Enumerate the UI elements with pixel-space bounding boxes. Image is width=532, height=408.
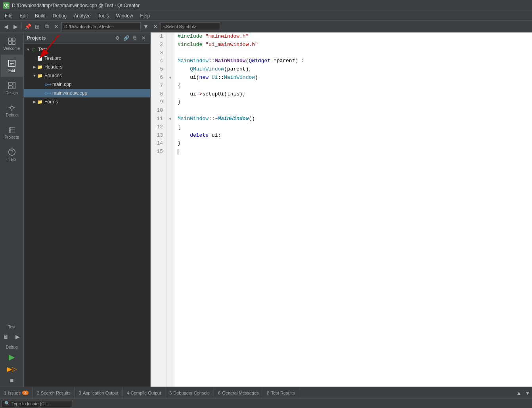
toolbar: ◀ ▶ 📌 ⊞ ⧉ ✕ D:/Downloads/tmp/Test/··· ▼ … xyxy=(0,21,532,32)
menu-window[interactable]: Window xyxy=(113,12,136,19)
fold-3 xyxy=(166,49,174,57)
tree-label-maincpp: main.cpp xyxy=(52,82,72,87)
toolbar-pin-btn[interactable]: 📌 xyxy=(23,22,32,31)
general-num: 6 xyxy=(218,391,220,395)
toolbar-path-dropdown[interactable]: ▼ xyxy=(142,22,150,31)
tree-item-headers[interactable]: ▶ 📁 Headers xyxy=(24,63,150,71)
panel-close-btn[interactable]: ✕ xyxy=(140,34,147,42)
toolbar-symbol[interactable]: <Select Symbol> xyxy=(161,22,220,31)
tree-item-testpro[interactable]: ▶ 📄 Test.pro xyxy=(24,54,150,63)
tree-label-mainwindowcpp: mainwindow.cpp xyxy=(52,90,87,96)
svg-point-17 xyxy=(9,129,10,131)
stop-button[interactable]: ■ xyxy=(6,375,18,387)
editor-area: 1 2 3 4 5 6 7 8 9 10 11 12 13 14 15 xyxy=(151,32,532,387)
bottom-tab-appoutput[interactable]: 3 Application Output xyxy=(75,387,123,398)
svg-rect-3 xyxy=(12,41,15,44)
tree-item-forms[interactable]: ▶ 📁 Forms xyxy=(24,97,150,106)
issues-label: Issues xyxy=(8,391,21,395)
search-icon: 🔍 xyxy=(4,401,10,406)
cpp-file-icon-main: c++ xyxy=(45,82,51,87)
search-box[interactable]: 🔍 Type to locate (Ct... xyxy=(2,400,73,407)
design-label: Design xyxy=(6,91,18,95)
tree-label-forms: Forms xyxy=(44,99,58,105)
run-debug-label: Debug xyxy=(6,343,17,351)
appout-label: Application Output xyxy=(83,391,119,395)
svg-point-11 xyxy=(10,106,13,109)
forms-folder-icon: 📁 xyxy=(37,99,43,105)
main-content: Welcome Edit Design xyxy=(0,32,532,387)
sidebar-item-welcome[interactable]: Welcome xyxy=(1,32,23,55)
bottom-tab-issues[interactable]: 1 Issues 3 xyxy=(0,387,33,398)
help-label: Help xyxy=(8,157,16,162)
debug-label: Debug xyxy=(6,113,17,117)
tree-item-mainwindowcpp[interactable]: ▶ c++ mainwindow.cpp xyxy=(24,89,150,97)
menu-tools[interactable]: Tools xyxy=(95,12,112,19)
menu-analyze[interactable]: Analyze xyxy=(71,12,94,19)
toolbar-close-btn[interactable]: ✕ xyxy=(52,22,61,31)
tree-item-test[interactable]: ▼ ⬡ Test xyxy=(24,45,150,54)
run-with-analysis-btn[interactable]: ▶▷ xyxy=(6,363,18,375)
fold-6[interactable]: ▼ xyxy=(166,74,174,82)
fold-8 xyxy=(166,90,174,99)
headers-folder-icon: 📁 xyxy=(37,64,43,70)
toolbar-path[interactable]: D:/Downloads/tmp/Test/··· xyxy=(61,22,141,31)
line-numbers: 1 2 3 4 5 6 7 8 9 10 11 12 13 14 15 xyxy=(151,32,166,387)
sidebar-item-edit[interactable]: Edit xyxy=(1,55,23,77)
panel-link-btn[interactable]: 🔗 xyxy=(122,34,130,42)
toolbar-copy-btn[interactable]: ⊞ xyxy=(33,22,42,31)
panel-up-btn[interactable]: ▲ xyxy=(515,389,523,397)
panel-filter-btn[interactable]: ⚙ xyxy=(114,34,121,42)
svg-rect-2 xyxy=(8,41,11,44)
cpp-file-icon-mainwindow: c++ xyxy=(45,90,51,96)
toolbar-back-btn[interactable]: ◀ xyxy=(2,22,10,31)
sidebar-item-help[interactable]: Help xyxy=(1,143,23,166)
app-icon: Qt xyxy=(3,2,10,9)
sidebar-item-projects[interactable]: Projects xyxy=(1,121,23,143)
sidebar-item-design[interactable]: Design xyxy=(1,77,23,99)
tree-arrow-test: ▼ xyxy=(25,47,31,52)
menu-file[interactable]: File xyxy=(2,12,15,19)
menu-debug[interactable]: Debug xyxy=(50,12,70,19)
pro-file-icon: 📄 xyxy=(37,55,43,61)
fold-15 xyxy=(166,148,174,156)
menu-bar: File Edit Build Debug Analyze Tools Wind… xyxy=(0,11,532,21)
svg-rect-1 xyxy=(12,38,15,40)
toolbar-forward-btn[interactable]: ▶ xyxy=(11,22,20,31)
svg-point-18 xyxy=(9,131,10,133)
bottom-panel: 1 Issues 3 2 Search Results 3 Applicatio… xyxy=(0,387,532,398)
panel-header: Projects ⚙ 🔗 ⧉ ✕ xyxy=(24,32,150,44)
code-content[interactable]: 1 2 3 4 5 6 7 8 9 10 11 12 13 14 15 xyxy=(151,32,532,387)
fold-11[interactable]: ▼ xyxy=(166,115,174,123)
bottom-tab-compile[interactable]: 4 Compile Output xyxy=(123,387,166,398)
tree-item-sources[interactable]: ▼ 📁 Sources xyxy=(24,71,150,80)
bottom-tab-search[interactable]: 2 Search Results xyxy=(33,387,75,398)
bottom-tab-general[interactable]: 6 General Messages xyxy=(214,387,263,398)
toolbar-split-btn[interactable]: ⧉ xyxy=(42,22,51,31)
toolbar-close-file-btn[interactable]: ✕ xyxy=(151,22,160,31)
tree-label-testpro: Test.pro xyxy=(44,55,61,61)
code-editor[interactable]: #include "mainwindow.h" #include "ui_mai… xyxy=(174,32,532,387)
panel-down-btn[interactable]: ▼ xyxy=(523,389,532,397)
debugcon-label: Debugger Console xyxy=(173,391,210,395)
title-text: D:/Downloads/tmp/Test/mainwindow.cpp @ T… xyxy=(12,3,140,8)
debugcon-num: 5 xyxy=(169,391,172,395)
tree-item-maincpp[interactable]: ▶ c++ main.cpp xyxy=(24,80,150,89)
run-device-btn[interactable]: 🖥 xyxy=(0,331,12,343)
svg-rect-10 xyxy=(13,82,15,89)
menu-edit[interactable]: Edit xyxy=(16,12,31,19)
bottom-tab-test[interactable]: 8 Test Results xyxy=(263,387,299,398)
fold-13 xyxy=(166,132,174,140)
edit-icon xyxy=(8,59,16,68)
panel-title: Projects xyxy=(27,35,112,41)
panel-split-btn[interactable]: ⧉ xyxy=(131,34,138,42)
projects-label: Projects xyxy=(4,135,19,139)
sidebar-bottom: Test 🖥 ▶ Debug ▶ ▶▷ ■ xyxy=(0,323,23,387)
menu-help[interactable]: Help xyxy=(137,12,153,19)
sidebar-item-debug[interactable]: Debug xyxy=(1,99,23,121)
project-tree: ▼ ⬡ Test ▶ 📄 Test.pro ▶ 📁 Headers xyxy=(24,44,150,217)
run-more-btn[interactable]: ▶ xyxy=(12,331,24,343)
bottom-tab-debugconsole[interactable]: 5 Debugger Console xyxy=(165,387,214,398)
search-label: Search Results xyxy=(41,391,71,395)
menu-build[interactable]: Build xyxy=(32,12,49,19)
run-button[interactable]: ▶ xyxy=(6,351,18,363)
